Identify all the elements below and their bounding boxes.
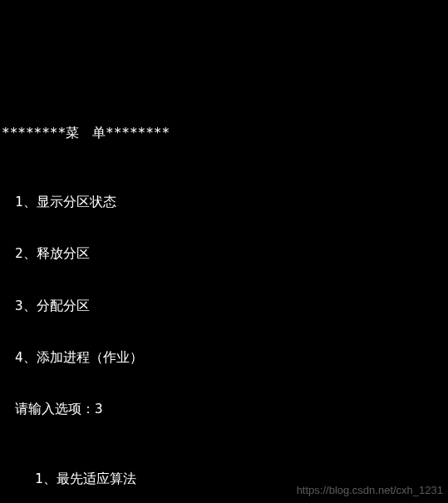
menu-item: 4、添加进程（作业） bbox=[2, 349, 446, 367]
menu-input-value[interactable]: 3 bbox=[95, 401, 103, 417]
menu-item: 3、分配分区 bbox=[2, 298, 446, 315]
menu-item: 1、显示分区状态 bbox=[2, 194, 446, 211]
terminal-output: ********菜 单******** 1、显示分区状态 2、释放分区 3、分配… bbox=[2, 72, 446, 503]
menu-item: 2、释放分区 bbox=[2, 245, 446, 263]
menu-header: ********菜 单******** bbox=[2, 125, 446, 142]
watermark-text: https://blog.csdn.net/cxh_1231 bbox=[297, 484, 443, 498]
menu-prompt: 请输入选项：3 bbox=[2, 401, 446, 418]
